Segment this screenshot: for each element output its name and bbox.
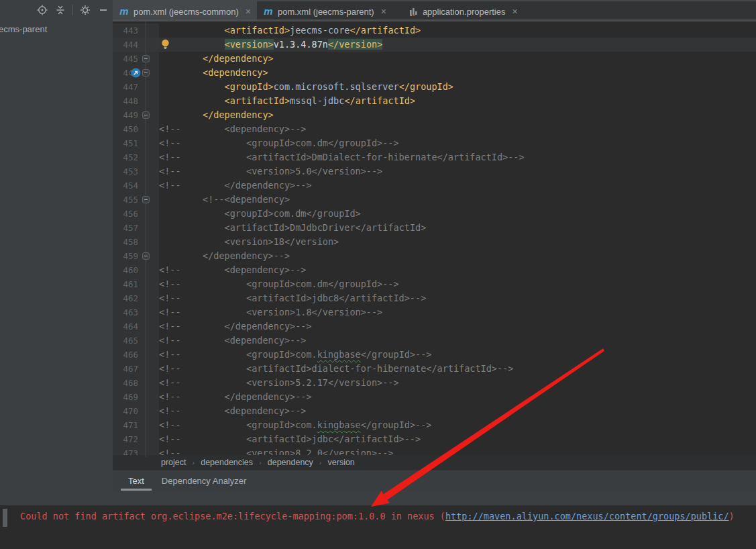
editor-tab-2[interactable]: mpom.xml (jeecms-parent)× (257, 1, 392, 21)
gutter: 455 (113, 193, 159, 207)
header-separator (72, 5, 73, 15)
gutter: 448 (113, 94, 159, 108)
code-line-446[interactable]: 446 <dependency> (113, 66, 756, 80)
code-text: <groupId>com.dm</groupId> (159, 207, 756, 221)
editor-tab-1[interactable]: mpom.xml (jeecms-common)× (113, 1, 257, 21)
line-number: 471 (113, 418, 138, 432)
code-text: </dependency> (159, 52, 756, 66)
code-line-462[interactable]: 462<!-- <artifactId>jdbc8</artifactId>--… (113, 291, 756, 305)
code-line-461[interactable]: 461<!-- <groupId>com.dm</groupId>--> (113, 277, 756, 291)
code-text: <!-- <dependency>--> (159, 404, 756, 418)
fold-marker-icon[interactable] (142, 111, 150, 119)
code-line-455[interactable]: 455 <!--<dependency> (113, 193, 756, 207)
line-number: 449 (113, 108, 138, 122)
editor-tab-3[interactable]: application.properties× (402, 1, 524, 21)
code-line-457[interactable]: 457 <artifactId>DmJdbcDriver</artifactId… (113, 221, 756, 235)
code-line-472[interactable]: 472<!-- <artifactId>jdbc</artifactId>--> (113, 432, 756, 446)
code-line-444[interactable]: 444 <version>v1.3.4.87n</version> (113, 38, 756, 52)
code-line-463[interactable]: 463<!-- <version>1.8</version>--> (113, 305, 756, 319)
gutter: 449 (113, 108, 159, 122)
code-text: <!-- <dependency>--> (159, 122, 756, 136)
collapse-all-icon[interactable] (54, 4, 66, 16)
code-line-443[interactable]: 443 <artifactId>jeecms-core</artifactId> (113, 23, 756, 38)
code-line-464[interactable]: 464<!-- </dependency>--> (113, 319, 756, 334)
close-icon[interactable]: × (512, 7, 517, 16)
line-number: 451 (113, 136, 138, 150)
code-line-469[interactable]: 469<!-- </dependency>--> (113, 390, 756, 404)
code-text: <!-- <artifactId>jdbc8</artifactId>--> (159, 291, 756, 305)
code-line-459[interactable]: 459 </dependency>--> (113, 249, 756, 263)
console-scrollbar-thumb[interactable] (3, 509, 7, 527)
close-icon[interactable]: × (246, 7, 251, 16)
close-icon[interactable]: × (381, 7, 386, 16)
code-text: </dependency>--> (159, 249, 756, 263)
gutter: 463 (113, 305, 159, 319)
override-gutter-icon[interactable] (131, 68, 141, 82)
code-line-460[interactable]: 460<!-- <dependency>--> (113, 263, 756, 277)
fold-marker-icon[interactable] (142, 252, 150, 260)
code-line-456[interactable]: 456 <groupId>com.dm</groupId> (113, 207, 756, 221)
line-number: 468 (113, 376, 138, 390)
code-text: <!-- </dependency>--> (159, 390, 756, 404)
bottom-tab-text[interactable]: Text (119, 470, 153, 491)
code-line-454[interactable]: 454<!-- </dependency>--> (113, 179, 756, 193)
project-tree-item[interactable]: ecms-parent (0, 24, 47, 34)
intention-bulb-icon[interactable] (161, 39, 170, 54)
line-number: 463 (113, 305, 138, 319)
code-editor[interactable]: 443 <artifactId>jeecms-core</artifactId>… (113, 21, 756, 457)
console-error-message: Could not find artifact org.eclipse.m2e:… (20, 511, 735, 521)
line-number: 454 (113, 179, 138, 193)
code-line-447[interactable]: 447 <groupId>com.microsoft.sqlserver</gr… (113, 80, 756, 94)
code-line-467[interactable]: 467<!-- <artifactId>dialect-for-hibernat… (113, 362, 756, 376)
line-number: 445 (113, 52, 138, 66)
window-gap-band (0, 491, 756, 505)
code-line-458[interactable]: 458 <version>18</version> (113, 235, 756, 249)
code-line-445[interactable]: 445 </dependency> (113, 52, 756, 66)
line-number: 453 (113, 164, 138, 179)
breadcrumb-item-project[interactable]: project (161, 458, 186, 467)
hide-panel-icon[interactable] (97, 4, 109, 16)
code-line-470[interactable]: 470<!-- <dependency>--> (113, 404, 756, 418)
code-line-451[interactable]: 451<!-- <groupId>com.dm</groupId>--> (113, 136, 756, 150)
line-number: 458 (113, 235, 138, 249)
line-number: 462 (113, 291, 138, 305)
settings-gear-icon[interactable] (79, 4, 91, 16)
code-line-465[interactable]: 465<!-- <dependency>--> (113, 334, 756, 348)
editor-bottom-tabs: TextDependency Analyzer (113, 470, 756, 491)
gutter: 462 (113, 291, 159, 305)
locate-icon[interactable] (36, 4, 48, 16)
code-line-452[interactable]: 452<!-- <artifactId>DmDialect-for-hibern… (113, 150, 756, 164)
code-text: <!-- </dependency>--> (159, 179, 756, 193)
code-text: <artifactId>DmJdbcDriver</artifactId> (159, 221, 756, 235)
console-repository-link[interactable]: http://maven.aliyun.com/nexus/content/gr… (445, 511, 729, 521)
code-line-471[interactable]: 471<!-- <groupId>com.kingbase</groupId>-… (113, 418, 756, 432)
fold-marker-icon[interactable] (142, 55, 150, 62)
code-text: <!-- <artifactId>dialect-for-hibernate</… (159, 362, 756, 376)
code-line-466[interactable]: 466<!-- <groupId>com.kingbase</groupId>-… (113, 348, 756, 362)
maven-icon: m (263, 6, 274, 17)
code-line-448[interactable]: 448 <artifactId>mssql-jdbc</artifactId> (113, 94, 756, 108)
line-number: 456 (113, 207, 138, 221)
breadcrumb-item-dependencies[interactable]: dependencies (201, 458, 253, 467)
code-line-453[interactable]: 453<!-- <version>5.0</version>--> (113, 164, 756, 179)
gutter: 444 (113, 38, 159, 52)
breadcrumb-item-dependency[interactable]: dependency (268, 458, 313, 467)
gutter: 443 (113, 23, 159, 38)
line-number: 455 (113, 193, 138, 207)
fold-marker-icon[interactable] (142, 196, 150, 203)
line-number: 470 (113, 404, 138, 418)
gutter: 453 (113, 164, 159, 179)
code-line-449[interactable]: 449 </dependency> (113, 108, 756, 122)
code-line-468[interactable]: 468<!-- <version>5.2.17</version>--> (113, 376, 756, 390)
code-line-450[interactable]: 450<!-- <dependency>--> (113, 122, 756, 136)
breadcrumb-item-version[interactable]: version (328, 458, 355, 467)
line-number: 466 (113, 348, 138, 362)
code-text: <dependency> (159, 66, 756, 80)
properties-icon (408, 6, 419, 17)
gutter: 452 (113, 150, 159, 164)
editor-tab-bar: mpom.xml (jeecms-common)×mpom.xml (jeecm… (113, 0, 756, 21)
console-error-text: Could not find artifact org.eclipse.m2e:… (20, 511, 445, 521)
code-text: <!-- <version>5.0</version>--> (159, 164, 756, 179)
bottom-tab-dependency-analyzer[interactable]: Dependency Analyzer (153, 470, 255, 491)
fold-marker-icon[interactable] (142, 69, 150, 77)
